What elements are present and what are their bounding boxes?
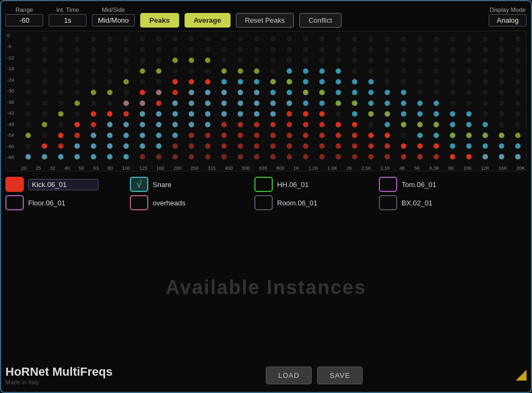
svg-point-123 [123,111,129,117]
kick-checkbox[interactable] [5,177,24,192]
svg-point-252 [205,101,211,106]
snare-checkbox[interactable]: √ [130,177,148,192]
svg-point-513 [401,154,406,159]
y-48: -48 [7,122,14,127]
svg-point-500 [401,36,406,42]
svg-point-569 [450,154,455,159]
reset-peaks-button[interactable]: Reset Peaks [236,13,294,28]
svg-point-516 [401,111,406,117]
svg-point-642 [515,154,521,159]
range-value[interactable]: -60 [5,14,43,26]
svg-point-509 [401,132,406,138]
midside-value[interactable]: Mid/Mono [92,14,135,26]
svg-point-258 [221,58,227,63]
svg-point-250 [205,154,211,159]
svg-point-409 [319,122,325,128]
svg-point-608 [483,143,488,149]
svg-point-320 [254,132,259,138]
y-60: -60 [7,144,14,149]
svg-point-301 [238,101,243,106]
svg-point-631 [515,68,521,74]
dot-grid: // We'll generate this via JS below [20,34,526,162]
load-button[interactable]: LOAD [266,367,312,384]
svg-point-389 [303,143,308,149]
svg-point-225 [189,154,194,159]
svg-point-364 [287,111,292,117]
svg-point-369 [287,68,292,74]
svg-point-2 [25,58,31,63]
svg-point-635 [515,111,521,117]
save-button[interactable]: SAVE [317,367,363,384]
svg-point-281 [238,47,243,52]
svg-point-632 [515,79,521,84]
svg-point-153 [140,122,145,128]
svg-point-461 [368,47,373,52]
svg-point-130 [123,143,129,149]
tom-checkbox[interactable] [379,177,397,192]
overheads-checkbox[interactable] [130,195,148,210]
inttime-value[interactable]: 1s [49,14,87,26]
floor-checkbox[interactable] [5,195,24,210]
svg-point-373 [287,79,292,84]
svg-point-418 [336,36,341,42]
svg-point-55 [75,111,80,117]
svg-point-531 [417,143,423,149]
svg-point-254 [205,122,211,128]
svg-point-105 [107,122,113,128]
svg-point-86 [91,154,96,159]
svg-point-575 [466,36,471,42]
svg-point-376 [303,58,308,63]
svg-point-503 [401,68,406,74]
svg-point-618 [499,111,504,117]
svg-point-306 [254,58,259,63]
svg-point-330 [271,58,276,63]
room-checkbox[interactable] [254,195,273,210]
svg-point-556 [434,122,439,128]
average-button[interactable]: Average [185,13,231,28]
svg-point-345 [271,154,276,159]
svg-point-5 [25,90,31,95]
channels-area: √ Snare HH.06_01 Tom.06_01 Floor.06_01 o… [5,175,527,212]
peaks-button[interactable]: Peaks [140,13,179,28]
svg-point-479 [368,111,373,117]
svg-point-514 [401,90,406,95]
svg-point-645 [140,101,145,106]
svg-point-456 [352,90,357,95]
hh-checkbox[interactable] [254,177,273,192]
y-0: 0 [7,34,14,38]
svg-point-595 [483,58,488,63]
svg-point-387 [303,122,308,128]
svg-point-588 [466,111,471,117]
svg-point-540 [434,58,439,63]
svg-point-539 [434,47,439,52]
svg-point-542 [434,79,439,84]
svg-point-477 [368,101,373,106]
conflict-button[interactable]: Conflict [299,13,341,28]
display-mode-value[interactable]: Analog [489,14,527,26]
svg-point-619 [499,122,504,128]
svg-point-129 [123,132,129,138]
svg-point-627 [499,132,504,138]
svg-point-135 [140,58,145,63]
svg-point-249 [205,143,211,149]
svg-point-232 [205,47,211,52]
midside-control: Mid/Side Mid/Mono [92,6,135,26]
svg-point-65 [75,154,80,159]
svg-point-303 [238,68,243,74]
svg-point-87 [91,90,96,95]
svg-point-296 [238,132,243,138]
svg-point-255 [205,58,211,63]
svg-point-452 [352,132,357,138]
svg-point-33 [58,58,63,63]
svg-point-430 [336,122,341,128]
svg-point-203 [173,122,178,128]
svg-point-394 [303,101,308,106]
svg-point-298 [238,154,243,159]
svg-point-538 [434,36,439,42]
kick-label[interactable] [28,179,98,190]
svg-point-131 [123,154,129,159]
channel-snare: √ Snare [130,177,254,192]
svg-point-425 [336,111,341,117]
bx-checkbox[interactable] [379,195,397,210]
footer-buttons: LOAD SAVE [266,367,363,384]
